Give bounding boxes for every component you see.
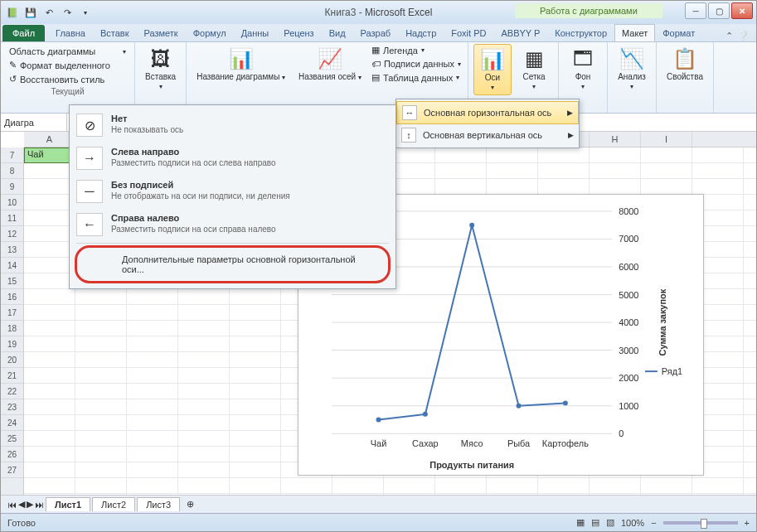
- help-icon[interactable]: ❔: [738, 31, 750, 41]
- picture-icon: 🖼: [151, 47, 171, 70]
- app-name: Microsoft Excel: [365, 7, 432, 18]
- col-a[interactable]: A: [24, 132, 75, 147]
- tab-layout-chart[interactable]: Макет: [614, 24, 655, 41]
- title-bar: 📗 💾 ↶ ↷ ▾ Книга3 - Microsoft Excel Работ…: [1, 1, 756, 24]
- legend-button[interactable]: ▦ Легенда ▾: [370, 44, 463, 56]
- data-table-button[interactable]: ▤ Таблица данных ▾: [370, 71, 463, 84]
- tab-layout[interactable]: Разметк: [137, 24, 186, 41]
- data-labels-button[interactable]: 🏷 Подписи данных ▾: [370, 58, 463, 70]
- tab-format[interactable]: Формат: [655, 24, 702, 41]
- close-button[interactable]: ✕: [731, 2, 753, 19]
- svg-text:2000: 2000: [619, 373, 638, 383]
- minimize-ribbon-icon[interactable]: ⌃: [725, 31, 733, 41]
- cell-a7[interactable]: Чай: [24, 148, 75, 163]
- excel-icon: 📗: [4, 4, 21, 21]
- zoom-out[interactable]: −: [651, 518, 656, 528]
- haxis-icon: ↔: [402, 105, 417, 120]
- view-pagelayout-icon[interactable]: ▤: [591, 517, 599, 528]
- view-pagebreak-icon[interactable]: ▧: [606, 517, 614, 528]
- tab-view[interactable]: Вид: [322, 24, 353, 41]
- qat-more-icon[interactable]: ▾: [77, 4, 94, 21]
- minimize-button[interactable]: ─: [685, 2, 706, 19]
- background-button[interactable]: 🗔Фон▾: [564, 44, 602, 94]
- axis-none[interactable]: ⊘ НетНе показывать ось: [70, 109, 395, 142]
- tab-foxit[interactable]: Foxit PD: [444, 24, 493, 41]
- tab-addins[interactable]: Надстр: [398, 24, 444, 41]
- svg-text:Ряд1: Ряд1: [662, 366, 682, 376]
- chart-title-button[interactable]: 📊Название диаграммы ▾: [192, 44, 290, 85]
- tab-insert[interactable]: Вставк: [93, 24, 137, 41]
- zoom-in[interactable]: +: [745, 518, 750, 528]
- svg-text:Картофель: Картофель: [542, 438, 589, 448]
- properties-button[interactable]: 📋Свойства: [662, 44, 708, 85]
- axis-no-labels[interactable]: ─ Без подписейНе отображать на оси ни по…: [70, 175, 395, 208]
- svg-text:5000: 5000: [619, 290, 638, 300]
- axis-titles-icon: 📈: [318, 47, 342, 70]
- name-box[interactable]: Диагра: [1, 114, 67, 131]
- col-h[interactable]: H: [590, 132, 641, 147]
- sheet-tab-1[interactable]: Лист1: [46, 497, 90, 511]
- redo-icon[interactable]: ↷: [59, 4, 75, 21]
- primary-vertical-axis[interactable]: ↕Основная вертикальная ось▶: [396, 124, 579, 146]
- new-sheet-icon[interactable]: ⊕: [182, 499, 199, 510]
- sheet-tab-3[interactable]: Лист3: [137, 497, 180, 511]
- svg-text:7000: 7000: [619, 234, 638, 244]
- analysis-button[interactable]: 📉Анализ▾: [613, 44, 651, 94]
- chart-title-icon: 📊: [229, 47, 254, 70]
- doc-name: Книга3: [325, 7, 357, 18]
- axis-lr-icon: →: [76, 147, 103, 170]
- background-icon: 🗔: [573, 47, 593, 70]
- col-i[interactable]: I: [641, 132, 692, 147]
- more-axis-options[interactable]: Дополнительные параметры основной горизо…: [77, 248, 388, 281]
- svg-text:4000: 4000: [619, 317, 638, 327]
- axis-right-left[interactable]: ← Справа налевоРазместить подписи на оси…: [70, 208, 395, 241]
- svg-text:0: 0: [619, 428, 624, 438]
- svg-text:Сумма закупок: Сумма закупок: [658, 288, 667, 355]
- svg-text:1000: 1000: [619, 401, 638, 411]
- axis-blank-icon: ─: [76, 180, 103, 203]
- window-title: Книга3 - Microsoft Excel: [325, 7, 433, 18]
- axes-icon: 📊: [480, 48, 505, 71]
- svg-text:3000: 3000: [619, 346, 638, 355]
- format-selection[interactable]: ✎ Формат выделенного: [7, 59, 128, 71]
- view-normal-icon[interactable]: ▦: [576, 517, 585, 528]
- svg-text:Чай: Чай: [371, 438, 386, 448]
- vaxis-icon: ↕: [401, 128, 416, 143]
- tab-abbyy[interactable]: ABBYY P: [493, 24, 547, 41]
- gridlines-button[interactable]: ▦Сетка▾: [515, 44, 553, 94]
- tab-home[interactable]: Главна: [48, 24, 93, 41]
- properties-icon: 📋: [672, 47, 697, 70]
- tab-review[interactable]: Реценз: [276, 24, 321, 41]
- tab-developer[interactable]: Разраб: [353, 24, 399, 41]
- tab-data[interactable]: Данны: [234, 24, 277, 41]
- sheet-nav-prev[interactable]: ◀: [18, 499, 25, 510]
- axes-button[interactable]: 📊Оси▾: [473, 44, 512, 95]
- axis-titles-button[interactable]: 📈Названия осей ▾: [294, 44, 366, 85]
- tab-design[interactable]: Конструктор: [547, 24, 614, 41]
- sheet-nav-last[interactable]: ⏭: [35, 500, 44, 510]
- svg-text:Мясо: Мясо: [461, 438, 483, 448]
- reset-style[interactable]: ↺ Восстановить стиль: [7, 73, 128, 85]
- undo-icon[interactable]: ↶: [41, 4, 57, 21]
- svg-text:Сахар: Сахар: [412, 438, 439, 448]
- tab-formulas[interactable]: Формул: [186, 24, 234, 41]
- save-icon[interactable]: 💾: [22, 4, 39, 21]
- svg-text:8000: 8000: [619, 206, 638, 216]
- axis-left-right[interactable]: → Слева направоРазместить подписи на оси…: [70, 142, 395, 175]
- zoom-slider[interactable]: [663, 521, 738, 525]
- row-headers: 789101112131415161718192021222324252627: [1, 148, 24, 495]
- axes-submenu: ↔Основная горизонтальная ось▶ ↕Основная …: [395, 99, 580, 148]
- horizontal-axis-menu: ⊘ НетНе показывать ось → Слева направоРа…: [69, 104, 396, 289]
- sheet-nav-next[interactable]: ▶: [27, 499, 33, 510]
- svg-text:Продукты питания: Продукты питания: [429, 460, 514, 470]
- zoom-value[interactable]: 100%: [621, 518, 644, 528]
- sheet-nav-first[interactable]: ⏮: [7, 500, 17, 510]
- file-tab[interactable]: Файл: [2, 25, 45, 41]
- primary-horizontal-axis[interactable]: ↔Основная горизонтальная ось▶: [396, 101, 579, 124]
- insert-button[interactable]: 🖼Вставка▾: [140, 44, 181, 94]
- grid-icon: ▦: [525, 47, 544, 70]
- group-label-current: Текущий: [6, 87, 129, 96]
- chart-elements-combo[interactable]: Область диаграммы ▾: [7, 46, 128, 57]
- sheet-tab-2[interactable]: Лист2: [92, 497, 135, 511]
- maximize-button[interactable]: ▢: [708, 2, 730, 19]
